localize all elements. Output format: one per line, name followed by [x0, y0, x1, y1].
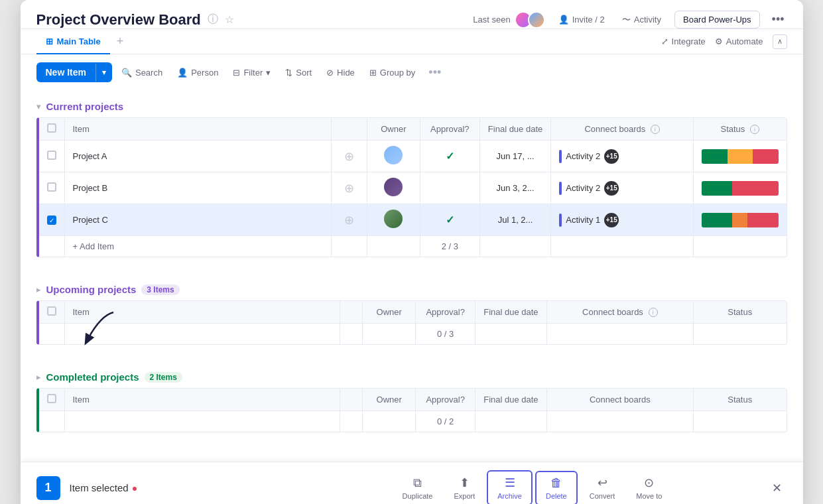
row-approval-a: ✓	[420, 141, 479, 172]
group-current-toggle[interactable]: ▾	[36, 101, 41, 111]
archive-button[interactable]: ☰ Archive	[487, 470, 533, 504]
connect-label-a: Activity 2	[566, 151, 600, 161]
row-add-icon-c[interactable]: ⊕	[332, 204, 367, 236]
connect-count-a: +15	[604, 149, 619, 164]
connect-label-c: Activity 1	[566, 215, 600, 225]
header-item-upcoming: Item	[64, 301, 340, 324]
integrate-icon: ⤢	[661, 36, 668, 46]
close-action-bar-button[interactable]: ✕	[767, 478, 787, 498]
row-item-name-c: Project C	[64, 204, 332, 236]
tabs-right: ⤢ Integrate ⚙ Automate ∧	[661, 34, 787, 49]
info-icon[interactable]: ⓘ	[208, 13, 218, 27]
duplicate-button[interactable]: ⧉ Duplicate	[393, 472, 442, 504]
group-current-title[interactable]: Current projects	[46, 101, 124, 112]
status-seg-green-c	[702, 213, 732, 227]
header-status: Status i	[694, 118, 787, 141]
search-icon: 🔍	[121, 68, 132, 78]
status-seg-red-c	[747, 213, 778, 227]
add-col-icon-c[interactable]: ⊕	[344, 214, 354, 227]
approval-check-c: ✓	[446, 214, 454, 225]
star-icon[interactable]: ☆	[225, 13, 234, 26]
filter-icon: ⊟	[233, 68, 240, 78]
add-col-icon-a[interactable]: ⊕	[344, 150, 354, 163]
select-all-upcoming-checkbox[interactable]	[47, 306, 56, 316]
group-by-button[interactable]: ⊞ Group by	[364, 64, 420, 81]
filter-button[interactable]: ⊟ Filter ▾	[227, 64, 276, 81]
row-connect-b: Activity 2 +15	[551, 172, 694, 204]
row-add-icon-b[interactable]: ⊕	[332, 172, 367, 204]
row-approval-b	[420, 172, 479, 204]
connect-info-icon-up: i	[649, 308, 658, 317]
row-checkbox-b[interactable]	[47, 182, 56, 192]
table-row: Project A ⊕ ✓ Jun 17, ...	[39, 141, 787, 172]
current-projects-table: Item Owner Approval? Final due date Conn…	[36, 117, 787, 257]
owner-avatar-c	[384, 210, 403, 228]
completed-projects-table: Item Owner Approval? Final due date Conn…	[36, 388, 787, 432]
add-item-plus-cell	[332, 236, 367, 257]
hide-button[interactable]: ⊘ Hide	[321, 64, 360, 81]
row-checkbox-a[interactable]	[47, 151, 56, 160]
connect-boards-cell-c: Activity 1 +15	[559, 213, 685, 227]
group-completed-title[interactable]: Completed projects	[46, 371, 139, 383]
add-col-icon-b[interactable]: ⊕	[344, 182, 354, 195]
export-button[interactable]: ⬆ Export	[444, 472, 484, 504]
selected-label: Item selected	[66, 482, 298, 493]
selected-dot	[133, 487, 137, 491]
group-upcoming-header: ▸ Upcoming projects 3 Items	[36, 273, 787, 300]
status-seg-green-a	[702, 149, 728, 164]
connect-label-b: Activity 2	[566, 183, 600, 193]
status-seg-orange-c	[732, 213, 747, 227]
more-options-button[interactable]: •••	[769, 13, 787, 27]
add-tab-button[interactable]: +	[110, 29, 131, 54]
add-item-connect-cell	[551, 236, 694, 257]
collapse-button[interactable]: ∧	[773, 34, 787, 49]
row-item-name-a: Project A	[64, 141, 332, 172]
delete-button[interactable]: 🗑 Delete	[535, 471, 578, 505]
board-powerups-button[interactable]: Board Power-Ups	[674, 11, 760, 29]
add-item-status-cell	[694, 236, 787, 257]
group-upcoming-toggle[interactable]: ▸	[36, 284, 41, 294]
row-checkbox-cell	[39, 172, 65, 204]
duplicate-icon: ⧉	[413, 476, 422, 490]
tabs-bar: ⊞ Main Table + ⤢ Integrate ⚙ Automate ∧	[21, 29, 803, 54]
select-all-comp-checkbox[interactable]	[47, 394, 56, 403]
header-right: Last seen 👤 Invite / 2 〜 Activity Board …	[473, 11, 787, 29]
header-connect-boards: Connect boards i	[551, 118, 694, 141]
group-upcoming-projects: ▸ Upcoming projects 3 Items Item Owner	[36, 273, 787, 345]
invite-button[interactable]: 👤 Invite / 2	[554, 12, 609, 27]
tab-main-table[interactable]: ⊞ Main Table	[36, 30, 110, 54]
add-item-owner-cell	[367, 236, 420, 257]
convert-button[interactable]: ↩ Convert	[580, 472, 625, 504]
sort-button[interactable]: ⇅ Sort	[280, 64, 317, 81]
row-approval-c: ✓	[420, 204, 479, 236]
group-upcoming-title[interactable]: Upcoming projects	[46, 284, 137, 295]
connect-bar-a	[559, 150, 562, 163]
group-completed-header: ▸ Completed projects 2 Items	[36, 361, 787, 388]
header-connect-upcoming: Connect boards i	[546, 301, 693, 324]
activity-button[interactable]: 〜 Activity	[618, 11, 665, 29]
status-seg-yellow-a	[728, 149, 753, 164]
toolbar: New Item ▾ 🔍 Search 👤 Person ⊟ Filter ▾ …	[21, 54, 803, 90]
table-header-row: Item Owner Approval? Final due date Conn…	[39, 118, 787, 141]
status-info-icon: i	[750, 125, 759, 134]
group-current-header: ▾ Current projects	[36, 90, 787, 117]
row-connect-c: Activity 1 +15	[551, 204, 694, 236]
select-all-checkbox[interactable]	[47, 123, 56, 133]
new-item-dropdown-arrow[interactable]: ▾	[95, 64, 112, 82]
new-item-button[interactable]: New Item ▾	[36, 62, 112, 82]
person-button[interactable]: 👤 Person	[172, 64, 223, 81]
header-approval: Approval?	[420, 118, 479, 141]
status-bar-c	[702, 213, 779, 227]
add-item-btn[interactable]: + Add Item	[64, 236, 332, 257]
status-bar-a	[702, 149, 779, 164]
group-completed-toggle[interactable]: ▸	[36, 372, 41, 382]
toolbar-more-button[interactable]: •••	[424, 66, 445, 80]
automate-button[interactable]: ⚙ Automate	[715, 36, 763, 46]
integrate-button[interactable]: ⤢ Integrate	[661, 36, 706, 46]
table-row: Project B ⊕ Jun 3, 2... Activity 2	[39, 172, 787, 204]
row-checkbox-c[interactable]: ✓	[47, 216, 56, 225]
row-add-icon-a[interactable]: ⊕	[332, 141, 367, 172]
move-to-button[interactable]: ⊙ Move to	[627, 472, 671, 504]
search-button[interactable]: 🔍 Search	[116, 64, 168, 81]
header-due-upcoming: Final due date	[475, 301, 546, 324]
